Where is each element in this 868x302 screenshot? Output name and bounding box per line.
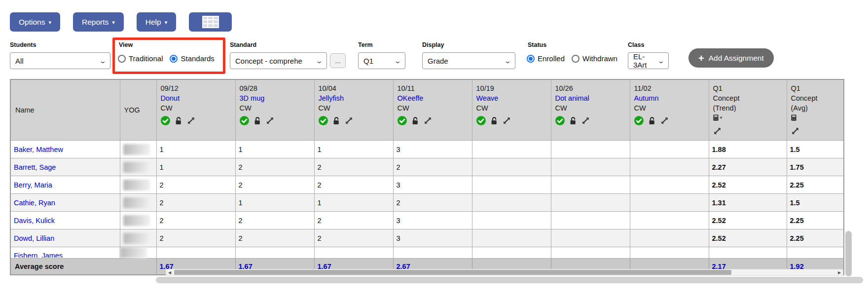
vertical-scrollbar-thumb[interactable] [845,231,852,276]
student-link[interactable]: Berry, Maria [14,181,52,189]
score-cell[interactable]: 2 [235,176,314,194]
check-circle-icon[interactable] [398,116,407,125]
score-cell[interactable] [472,212,551,229]
scroll-right-arrow[interactable]: ▶ [836,269,843,275]
score-cell[interactable]: 2 [156,229,235,247]
unlock-open-icon[interactable] [411,116,419,125]
assignment-name-link[interactable]: Weave [476,94,499,102]
score-cell[interactable] [630,158,709,176]
view-option-traditional[interactable]: Traditional [118,54,163,63]
score-cell[interactable] [630,212,709,229]
score-cell[interactable] [235,247,314,259]
score-cell[interactable] [551,194,630,212]
score-cell[interactable] [393,247,472,259]
score-cell[interactable] [630,247,709,259]
view-option-standards[interactable]: Standards [170,54,214,63]
score-cell[interactable]: 3 [393,176,472,194]
score-cell[interactable]: 2 [235,212,314,229]
score-cell[interactable] [156,247,235,259]
score-cell[interactable] [630,176,709,194]
score-cell[interactable] [551,229,630,247]
scroll-left-arrow[interactable]: ◀ [166,269,173,275]
check-circle-icon[interactable] [555,116,565,125]
check-circle-icon[interactable] [476,116,486,125]
score-cell[interactable]: 2 [393,194,472,212]
expand-diagonal-icon[interactable] [581,116,590,125]
expand-diagonal-icon[interactable] [266,116,274,125]
score-cell[interactable] [551,176,630,194]
check-circle-icon[interactable] [319,116,328,125]
reports-button[interactable]: Reports▾ [73,12,124,32]
unlock-open-icon[interactable] [253,116,261,125]
assignment-name-link[interactable]: Autumn [634,94,659,102]
student-link[interactable]: Dowd, Lillian [14,234,54,242]
unlock-open-icon[interactable] [569,116,577,125]
score-cell[interactable] [551,212,630,229]
scrollbar-thumb[interactable] [174,270,731,275]
display-select[interactable]: Grade⌄ [422,52,515,69]
score-cell[interactable] [472,229,551,247]
score-cell[interactable] [630,141,709,158]
score-cell[interactable] [472,247,551,259]
expand-diagonal-icon[interactable] [345,116,353,125]
score-cell[interactable] [630,194,709,212]
outer-horizontal-scrollbar[interactable] [156,277,863,283]
standard-more-button[interactable]: ... [330,53,346,68]
score-cell[interactable]: 1 [314,194,393,212]
status-option-withdrawn[interactable]: Withdrawn [572,54,617,63]
unlock-open-icon[interactable] [648,116,656,125]
score-cell[interactable] [472,158,551,176]
assignment-name-link[interactable]: OKeeffe [398,94,424,102]
score-cell[interactable]: 2 [156,194,235,212]
status-option-enrolled[interactable]: Enrolled [527,54,565,63]
assignment-name-link[interactable]: Dot animal [555,94,589,102]
assignment-name-link[interactable]: Jellyfish [319,94,344,102]
score-cell[interactable]: 2 [393,158,472,176]
expand-diagonal-icon[interactable] [424,116,432,125]
students-select[interactable]: All⌄ [10,52,110,69]
expand-diagonal-icon[interactable] [713,127,722,135]
check-circle-icon[interactable] [634,116,644,125]
score-cell[interactable]: 1 [314,141,393,158]
expand-diagonal-icon[interactable] [791,127,799,135]
class-select[interactable]: EL-3Art⌄ [628,52,669,69]
score-cell[interactable]: 2 [314,229,393,247]
check-circle-icon[interactable] [161,116,170,125]
score-cell[interactable] [630,229,709,247]
unlock-open-icon[interactable] [332,116,340,125]
horizontal-scrollbar[interactable]: ◀ ▶ [166,269,843,276]
score-cell[interactable] [472,176,551,194]
score-cell[interactable]: 2 [314,176,393,194]
score-cell[interactable]: 3 [393,229,472,247]
expand-diagonal-icon[interactable] [660,116,669,125]
score-cell[interactable] [472,194,551,212]
expand-diagonal-icon[interactable] [187,116,195,125]
score-cell[interactable]: 2 [235,229,314,247]
score-cell[interactable]: 3 [393,212,472,229]
unlock-open-icon[interactable] [490,116,498,125]
score-cell[interactable]: 1 [156,141,235,158]
student-link[interactable]: Davis, Kulick [14,217,55,225]
score-cell[interactable]: 2 [235,158,314,176]
score-cell[interactable]: 2 [156,212,235,229]
score-cell[interactable] [551,158,630,176]
options-button[interactable]: Options▾ [10,12,60,32]
term-select[interactable]: Q1⌄ [358,52,405,69]
score-cell[interactable]: 1 [235,194,314,212]
score-cell[interactable] [551,141,630,158]
score-cell[interactable]: 3 [393,141,472,158]
expand-diagonal-icon[interactable] [503,116,511,125]
unlock-open-icon[interactable] [175,116,182,125]
standard-select[interactable]: Concept - comprehe⌄ [230,52,327,69]
score-cell[interactable]: 2 [314,158,393,176]
scrollbar-track[interactable] [173,269,836,275]
score-cell[interactable]: 1 [156,158,235,176]
student-link[interactable]: Fishern, James [14,252,63,258]
check-circle-icon[interactable] [240,116,249,125]
assignment-name-link[interactable]: 3D mug [240,94,265,102]
score-cell[interactable] [314,247,393,259]
student-link[interactable]: Barrett, Sage [14,163,56,171]
score-cell[interactable]: 2 [156,176,235,194]
score-cell[interactable] [551,247,630,259]
assignment-name-link[interactable]: Donut [161,94,180,102]
